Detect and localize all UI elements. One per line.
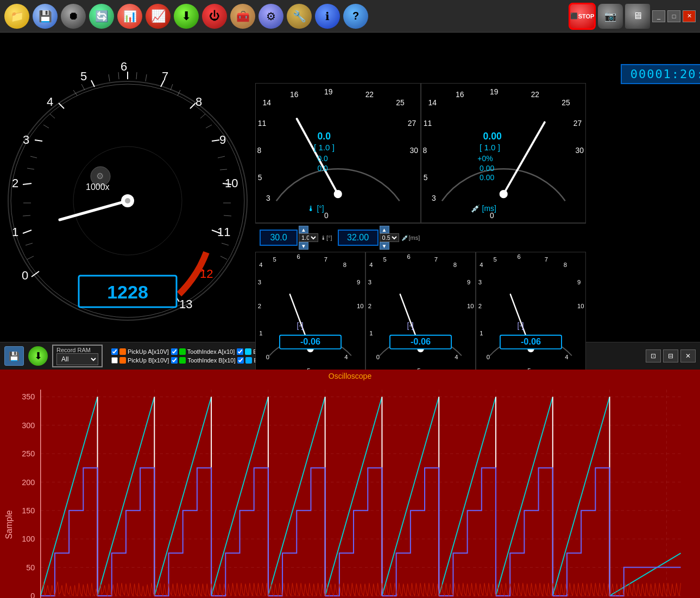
osc-minimize-button[interactable]: ⊟	[663, 349, 678, 362]
camera-button[interactable]: 📷	[598, 4, 623, 29]
svg-text:8: 8	[257, 146, 262, 155]
svg-text:0: 0	[30, 591, 35, 598]
svg-text:-0.06: -0.06	[300, 336, 320, 346]
svg-text:30: 30	[575, 146, 584, 155]
svg-text:10: 10	[467, 303, 474, 309]
osc-close-button[interactable]: ✕	[680, 349, 696, 362]
svg-text:5: 5	[383, 256, 386, 263]
svg-text:7: 7	[545, 256, 548, 263]
ms-down-button[interactable]: ▼	[380, 242, 389, 250]
svg-text:2: 2	[12, 176, 18, 190]
angle-select[interactable]: 1.0 0.5 2.0	[299, 233, 318, 242]
legend-pickup-b-checkbox[interactable]	[111, 357, 118, 364]
svg-text:11: 11	[423, 119, 432, 128]
ms-up-button[interactable]: ▲	[380, 226, 389, 233]
svg-text:7: 7	[434, 256, 438, 263]
svg-text:⚙: ⚙	[96, 171, 104, 181]
svg-text:🌡 [°]: 🌡 [°]	[307, 204, 324, 213]
power-button[interactable]: ⏻	[202, 4, 227, 29]
svg-text:0.00: 0.00	[480, 164, 494, 173]
svg-text:💉 [ms]: 💉 [ms]	[470, 204, 496, 213]
open-button[interactable]: 📁	[4, 4, 29, 29]
svg-text:3: 3	[266, 194, 270, 202]
speedometer: /* handled below */ 0 1 2	[0, 33, 255, 342]
svg-text:3: 3	[431, 194, 436, 202]
maximize-button[interactable]: □	[667, 10, 680, 22]
svg-rect-83	[421, 85, 586, 221]
svg-text:19: 19	[324, 87, 333, 96]
svg-text:27: 27	[408, 119, 417, 128]
oscilloscope-title: Oscilloscope	[0, 370, 700, 383]
legend-engineangle-b-checkbox[interactable]	[237, 357, 244, 364]
monitor-button[interactable]: 🖥	[625, 4, 650, 29]
angle-input[interactable]	[260, 230, 298, 246]
svg-text:6: 6	[121, 60, 127, 73]
svg-text:22: 22	[531, 90, 539, 99]
stop-button[interactable]: ⬛ STOP	[569, 3, 596, 30]
svg-text:5: 5	[258, 173, 262, 182]
settings-button[interactable]: ⚙	[258, 4, 283, 29]
svg-text:[-]: [-]	[297, 321, 303, 330]
gauge-angle-a: 14 16 19 22 25 27 30 11 8 5 3 0	[255, 83, 421, 223]
legend-pickup-b-color	[119, 357, 126, 364]
legend-toothindex-b-checkbox[interactable]	[171, 357, 178, 364]
svg-text:350: 350	[22, 392, 35, 401]
osc-expand-button[interactable]: ⊡	[646, 349, 661, 362]
save-button[interactable]: 💾	[33, 4, 58, 29]
svg-text:3: 3	[368, 279, 371, 285]
svg-text:10: 10	[225, 176, 238, 190]
legend-pickup-a-checkbox[interactable]	[111, 348, 118, 355]
legend-toothindex-a-checkbox[interactable]	[171, 348, 178, 355]
svg-text:6: 6	[517, 253, 520, 260]
svg-text:4: 4	[455, 354, 458, 360]
svg-text:3: 3	[478, 279, 482, 285]
minimize-button[interactable]: _	[652, 10, 665, 22]
legend-engineangle-a-checkbox[interactable]	[237, 348, 243, 355]
download-button[interactable]: ⬇	[174, 4, 199, 29]
oscilloscope-chart[interactable]: 350 300 250 200 150 100 50 0 -50 -100 Sa…	[0, 383, 700, 598]
ms-unit-label: 💉[ms]	[400, 234, 421, 241]
timer-value: 00001:20:03	[630, 67, 700, 81]
main-area: /* handled below */ 0 1 2	[0, 33, 700, 598]
svg-text:6: 6	[297, 253, 300, 260]
refresh-button[interactable]: 🔄	[89, 4, 114, 29]
angle-up-button[interactable]: ▲	[299, 226, 308, 233]
ms-input[interactable]	[338, 230, 379, 246]
svg-text:9: 9	[219, 133, 226, 147]
wrench-button[interactable]: 🔧	[287, 4, 312, 29]
angle-down-button[interactable]: ▼	[299, 242, 308, 250]
osc-window-buttons: ⊡ ⊟ ✕	[646, 349, 696, 362]
legend-item-toothindex-a: ToothIndex A[x10]	[171, 348, 235, 355]
legend-item-pickup-b: PickUp B[x10V]	[111, 357, 169, 364]
svg-text:1: 1	[259, 330, 262, 336]
svg-text:4: 4	[369, 262, 373, 268]
input-controls-row: ▲ 1.0 0.5 2.0 ▼ 🌡[°]	[255, 223, 586, 252]
svg-text:19: 19	[490, 87, 499, 96]
record-download-button[interactable]: ⬇	[28, 346, 48, 366]
svg-text:200: 200	[22, 478, 35, 487]
record-ram-select[interactable]: All Last 100	[56, 353, 98, 365]
tools-button[interactable]: 🧰	[230, 4, 255, 29]
svg-text:3: 3	[258, 279, 261, 285]
svg-text:-0.06: -0.06	[521, 336, 541, 346]
svg-text:4: 4	[565, 354, 568, 360]
record-save-button[interactable]: 💾	[4, 346, 24, 366]
legend-toothindex-b-color	[179, 357, 186, 364]
svg-text:300: 300	[22, 421, 35, 430]
close-button[interactable]: ✕	[683, 10, 696, 22]
record-button[interactable]: ⏺	[61, 4, 86, 29]
chart-button[interactable]: 📊	[117, 4, 142, 29]
svg-text:7: 7	[162, 69, 168, 83]
svg-text:8: 8	[564, 262, 567, 268]
info-button[interactable]: ℹ	[315, 4, 340, 29]
oscilloscope-svg: 350 300 250 200 150 100 50 0 -50 -100 Sa…	[0, 383, 700, 598]
oscilloscope-area: Oscilloscope	[0, 370, 700, 598]
ms-select[interactable]: 0.5 1.0 2.0	[380, 233, 399, 242]
svg-text:2: 2	[258, 303, 261, 309]
svg-text:1000x: 1000x	[86, 182, 110, 192]
help-button[interactable]: ?	[343, 4, 368, 29]
svg-text:4: 4	[344, 354, 348, 360]
svg-text:14: 14	[428, 98, 437, 107]
bar-button[interactable]: 📈	[146, 4, 171, 29]
small-gauges-area: 00001:20:03 14 16 19 22 25	[255, 54, 586, 342]
